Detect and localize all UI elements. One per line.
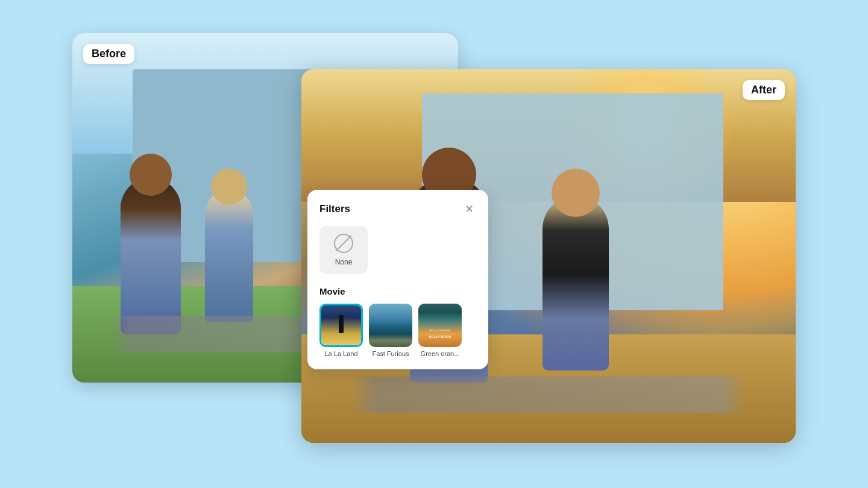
filter-item-lalaland[interactable]: La La Land bbox=[319, 304, 363, 357]
after-chair bbox=[301, 377, 796, 413]
filter-row: La La Land Fast Furious HOLLYWOOD Green … bbox=[319, 304, 476, 357]
hollywood-text: HOLLYWOOD bbox=[429, 335, 451, 339]
filter-thumb-lalaland bbox=[319, 304, 363, 347]
filter-name-greenorange: Green oran... bbox=[421, 350, 460, 357]
none-label: None bbox=[335, 258, 353, 266]
filter-name-fastfurious: Fast Furious bbox=[372, 350, 409, 357]
filters-title: Filters bbox=[319, 203, 350, 215]
none-icon bbox=[334, 234, 353, 253]
after-person2 bbox=[542, 196, 609, 371]
filters-panel: Filters ✕ None Movie La La Land bbox=[307, 190, 488, 369]
main-scene: Before After Filters ✕ None bbox=[72, 33, 796, 455]
filter-item-fastfurious[interactable]: Fast Furious bbox=[369, 304, 412, 357]
filters-header: Filters ✕ bbox=[319, 202, 476, 216]
filter-name-lalaland: La La Land bbox=[324, 350, 357, 357]
close-icon: ✕ bbox=[465, 202, 474, 216]
thumb-greenorange-visual: HOLLYWOOD bbox=[418, 304, 462, 347]
thumb-fastfurious-visual bbox=[369, 304, 412, 347]
before-person1 bbox=[121, 178, 181, 334]
before-person2 bbox=[205, 190, 253, 322]
before-badge: Before bbox=[83, 44, 134, 64]
after-badge: After bbox=[743, 80, 785, 100]
none-filter-item[interactable]: None bbox=[319, 226, 368, 274]
close-button[interactable]: ✕ bbox=[462, 202, 476, 216]
thumb-lalaland-visual bbox=[321, 305, 361, 345]
filter-thumb-fastfurious bbox=[369, 304, 412, 347]
movie-section-title: Movie bbox=[319, 286, 476, 296]
filter-item-greenorange[interactable]: HOLLYWOOD Green oran... bbox=[418, 304, 462, 357]
filter-thumb-greenorange: HOLLYWOOD bbox=[418, 304, 462, 347]
none-section: None bbox=[319, 226, 476, 274]
